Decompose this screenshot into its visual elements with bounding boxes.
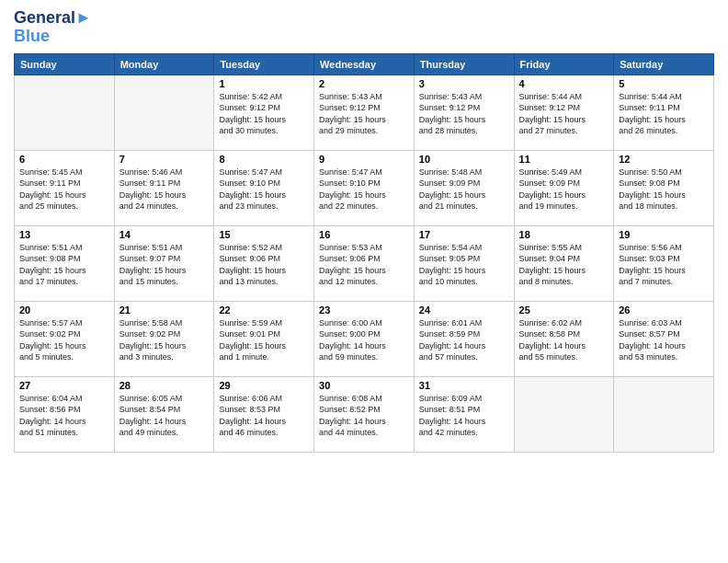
weekday-header-row: SundayMondayTuesdayWednesdayThursdayFrid…: [15, 53, 714, 75]
day-info: Sunrise: 5:47 AM Sunset: 9:10 PM Dayligh…: [219, 167, 309, 213]
day-number: 18: [519, 229, 609, 240]
calendar-cell: 11Sunrise: 5:49 AM Sunset: 9:09 PM Dayli…: [514, 150, 614, 225]
day-info: Sunrise: 6:04 AM Sunset: 8:56 PM Dayligh…: [19, 393, 109, 439]
calendar-cell: 30Sunrise: 6:08 AM Sunset: 8:52 PM Dayli…: [314, 376, 415, 452]
calendar-cell: 6Sunrise: 5:45 AM Sunset: 9:11 PM Daylig…: [15, 150, 115, 225]
weekday-header-friday: Friday: [514, 53, 614, 75]
calendar-cell: 27Sunrise: 6:04 AM Sunset: 8:56 PM Dayli…: [15, 376, 115, 452]
calendar-cell: 24Sunrise: 6:01 AM Sunset: 8:59 PM Dayli…: [414, 301, 514, 376]
calendar-cell: 26Sunrise: 6:03 AM Sunset: 8:57 PM Dayli…: [614, 301, 714, 376]
day-info: Sunrise: 5:47 AM Sunset: 9:10 PM Dayligh…: [319, 167, 409, 213]
day-number: 4: [519, 78, 609, 89]
day-number: 28: [119, 380, 210, 391]
day-number: 13: [19, 229, 109, 240]
day-number: 27: [19, 380, 109, 391]
day-info: Sunrise: 6:00 AM Sunset: 9:00 PM Dayligh…: [319, 317, 409, 363]
calendar-cell: 12Sunrise: 5:50 AM Sunset: 9:08 PM Dayli…: [614, 150, 714, 225]
day-info: Sunrise: 5:53 AM Sunset: 9:06 PM Dayligh…: [319, 242, 409, 288]
calendar-cell: [514, 376, 614, 452]
day-number: 1: [219, 78, 309, 89]
day-number: 21: [119, 304, 210, 316]
weekday-header-tuesday: Tuesday: [214, 53, 314, 75]
calendar-cell: 18Sunrise: 5:55 AM Sunset: 9:04 PM Dayli…: [514, 225, 614, 301]
day-info: Sunrise: 5:50 AM Sunset: 9:08 PM Dayligh…: [619, 167, 709, 213]
weekday-header-thursday: Thursday: [414, 53, 514, 75]
day-info: Sunrise: 5:44 AM Sunset: 9:12 PM Dayligh…: [519, 91, 609, 137]
logo-blue: Blue: [14, 28, 92, 46]
weekday-header-monday: Monday: [114, 53, 214, 75]
calendar-cell: 31Sunrise: 6:09 AM Sunset: 8:51 PM Dayli…: [414, 376, 514, 452]
calendar-cell: 10Sunrise: 5:48 AM Sunset: 9:09 PM Dayli…: [414, 150, 514, 225]
calendar-cell: 23Sunrise: 6:00 AM Sunset: 9:00 PM Dayli…: [314, 301, 415, 376]
calendar-cell: 29Sunrise: 6:06 AM Sunset: 8:53 PM Dayli…: [214, 376, 314, 452]
day-number: 24: [419, 304, 509, 316]
day-info: Sunrise: 5:42 AM Sunset: 9:12 PM Dayligh…: [219, 91, 309, 137]
calendar-cell: 2Sunrise: 5:43 AM Sunset: 9:12 PM Daylig…: [314, 75, 415, 150]
day-number: 22: [219, 304, 309, 316]
day-number: 17: [419, 229, 509, 240]
calendar-cell: 19Sunrise: 5:56 AM Sunset: 9:03 PM Dayli…: [614, 225, 714, 301]
day-number: 9: [319, 154, 409, 165]
day-info: Sunrise: 5:58 AM Sunset: 9:02 PM Dayligh…: [119, 317, 210, 363]
day-info: Sunrise: 5:55 AM Sunset: 9:04 PM Dayligh…: [519, 242, 609, 288]
logo-text: General►: [14, 9, 92, 28]
day-info: Sunrise: 6:08 AM Sunset: 8:52 PM Dayligh…: [319, 393, 409, 439]
day-info: Sunrise: 5:51 AM Sunset: 9:08 PM Dayligh…: [19, 242, 109, 288]
calendar-week-2: 6Sunrise: 5:45 AM Sunset: 9:11 PM Daylig…: [15, 150, 714, 225]
calendar-cell: [614, 376, 714, 452]
day-info: Sunrise: 6:02 AM Sunset: 8:58 PM Dayligh…: [519, 317, 609, 363]
calendar-table: SundayMondayTuesdayWednesdayThursdayFrid…: [14, 53, 714, 453]
calendar-cell: 14Sunrise: 5:51 AM Sunset: 9:07 PM Dayli…: [114, 225, 214, 301]
calendar-cell: 20Sunrise: 5:57 AM Sunset: 9:02 PM Dayli…: [15, 301, 115, 376]
day-info: Sunrise: 5:59 AM Sunset: 9:01 PM Dayligh…: [219, 317, 309, 363]
day-number: 20: [19, 304, 109, 316]
day-number: 31: [419, 380, 509, 391]
calendar-cell: [15, 75, 115, 150]
day-info: Sunrise: 5:54 AM Sunset: 9:05 PM Dayligh…: [419, 242, 509, 288]
weekday-header-saturday: Saturday: [614, 53, 714, 75]
day-number: 10: [419, 154, 509, 165]
day-number: 3: [419, 78, 509, 89]
day-info: Sunrise: 5:43 AM Sunset: 9:12 PM Dayligh…: [419, 91, 509, 137]
day-number: 30: [319, 380, 409, 391]
day-info: Sunrise: 6:01 AM Sunset: 8:59 PM Dayligh…: [419, 317, 509, 363]
day-info: Sunrise: 5:44 AM Sunset: 9:11 PM Dayligh…: [619, 91, 709, 137]
calendar-cell: 13Sunrise: 5:51 AM Sunset: 9:08 PM Dayli…: [15, 225, 115, 301]
day-number: 5: [619, 78, 709, 89]
calendar-cell: 8Sunrise: 5:47 AM Sunset: 9:10 PM Daylig…: [214, 150, 314, 225]
weekday-header-sunday: Sunday: [15, 53, 115, 75]
calendar-cell: 15Sunrise: 5:52 AM Sunset: 9:06 PM Dayli…: [214, 225, 314, 301]
weekday-header-wednesday: Wednesday: [314, 53, 415, 75]
day-number: 16: [319, 229, 409, 240]
calendar-cell: 3Sunrise: 5:43 AM Sunset: 9:12 PM Daylig…: [414, 75, 514, 150]
day-number: 7: [119, 154, 210, 165]
day-info: Sunrise: 5:56 AM Sunset: 9:03 PM Dayligh…: [619, 242, 709, 288]
calendar-cell: 25Sunrise: 6:02 AM Sunset: 8:58 PM Dayli…: [514, 301, 614, 376]
day-number: 14: [119, 229, 210, 240]
day-number: 12: [619, 154, 709, 165]
day-number: 26: [619, 304, 709, 316]
calendar-week-3: 13Sunrise: 5:51 AM Sunset: 9:08 PM Dayli…: [15, 225, 714, 301]
day-number: 29: [219, 380, 309, 391]
calendar-cell: 17Sunrise: 5:54 AM Sunset: 9:05 PM Dayli…: [414, 225, 514, 301]
calendar-cell: 22Sunrise: 5:59 AM Sunset: 9:01 PM Dayli…: [214, 301, 314, 376]
calendar-cell: 7Sunrise: 5:46 AM Sunset: 9:11 PM Daylig…: [114, 150, 214, 225]
day-number: 23: [319, 304, 409, 316]
day-number: 11: [519, 154, 609, 165]
day-info: Sunrise: 6:03 AM Sunset: 8:57 PM Dayligh…: [619, 317, 709, 363]
calendar-cell: 21Sunrise: 5:58 AM Sunset: 9:02 PM Dayli…: [114, 301, 214, 376]
calendar-week-1: 1Sunrise: 5:42 AM Sunset: 9:12 PM Daylig…: [15, 75, 714, 150]
day-number: 15: [219, 229, 309, 240]
day-number: 25: [519, 304, 609, 316]
calendar-cell: 1Sunrise: 5:42 AM Sunset: 9:12 PM Daylig…: [214, 75, 314, 150]
day-info: Sunrise: 5:49 AM Sunset: 9:09 PM Dayligh…: [519, 167, 609, 213]
day-info: Sunrise: 6:05 AM Sunset: 8:54 PM Dayligh…: [119, 393, 210, 439]
day-info: Sunrise: 5:46 AM Sunset: 9:11 PM Dayligh…: [119, 167, 210, 213]
day-info: Sunrise: 6:09 AM Sunset: 8:51 PM Dayligh…: [419, 393, 509, 439]
day-info: Sunrise: 5:52 AM Sunset: 9:06 PM Dayligh…: [219, 242, 309, 288]
calendar-cell: [114, 75, 214, 150]
calendar-week-4: 20Sunrise: 5:57 AM Sunset: 9:02 PM Dayli…: [15, 301, 714, 376]
day-info: Sunrise: 5:51 AM Sunset: 9:07 PM Dayligh…: [119, 242, 210, 288]
day-number: 19: [619, 229, 709, 240]
calendar-cell: 9Sunrise: 5:47 AM Sunset: 9:10 PM Daylig…: [314, 150, 415, 225]
